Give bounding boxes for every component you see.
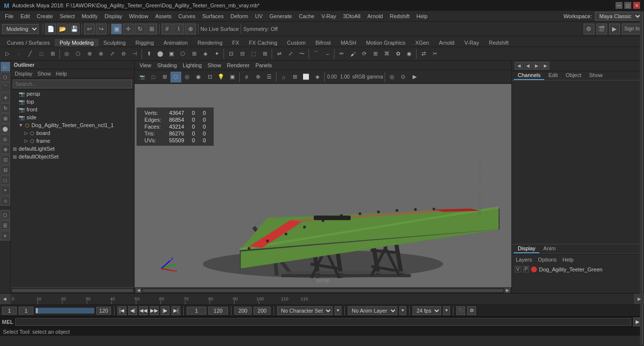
options-menu-item[interactable]: Options — [536, 256, 559, 263]
rp-icon-2[interactable]: ◀ — [524, 62, 532, 70]
boolean-btn[interactable]: ⊖ — [118, 49, 129, 59]
auto-key-btn[interactable]: ⚫ — [456, 306, 465, 315]
extrude-btn[interactable]: ⬆ — [143, 49, 154, 59]
vp-smooth-btn[interactable]: ◎ — [182, 72, 193, 82]
bevel-btn[interactable]: ⬡ — [177, 49, 188, 59]
snap-to-poly-btn[interactable]: ⊕ — [0, 144, 10, 154]
vp-layout-four[interactable]: ⊞ — [159, 72, 170, 82]
snap-point[interactable]: ⊕ — [185, 24, 196, 34]
viewport-hscroll[interactable]: ◀ ▶ — [135, 287, 511, 293]
tab-object[interactable]: Object — [561, 71, 585, 80]
rotate-tool[interactable]: ↻ — [135, 24, 145, 34]
vp-textured-btn[interactable]: ⊡ — [204, 72, 215, 82]
sculpt-btn[interactable]: ✏ — [336, 49, 347, 59]
select-mode-btn[interactable]: ▷ — [2, 49, 13, 59]
right-scroll-thumb[interactable] — [642, 61, 643, 293]
wedge-btn[interactable]: ◈ — [200, 49, 211, 59]
scroll-right-btn[interactable]: ▶ — [504, 288, 510, 293]
undo-button[interactable]: ↩ — [84, 24, 95, 34]
tree-item-default-light-set[interactable]: ⊞ defaultLightSet — [11, 145, 134, 153]
menu-window[interactable]: Window — [126, 12, 151, 20]
camera-tool-btn[interactable]: ⌖ — [0, 186, 10, 195]
char-set-dropdown[interactable]: No Character Set — [277, 306, 333, 315]
layer-v-toggle[interactable]: V — [515, 266, 521, 272]
select-tool[interactable]: ▣ — [111, 24, 122, 34]
end-frame-input[interactable]: 120 — [96, 307, 111, 315]
pb-settings-btn[interactable]: ⚙ — [467, 306, 476, 315]
vp-focus-btn[interactable]: ⊙ — [398, 72, 409, 82]
paint-select-btn[interactable]: ⬡ — [0, 72, 10, 82]
transfer-btn[interactable]: ⇄ — [418, 49, 429, 59]
vp-axis-btn[interactable]: ⊕ — [252, 72, 263, 82]
tree-item-frame[interactable]: ▷ ⬡ frame — [23, 137, 134, 145]
tab-custom[interactable]: Custom — [282, 39, 310, 47]
cluster-btn[interactable]: ✿ — [392, 49, 403, 59]
vp-lights-btn[interactable]: 💡 — [216, 72, 226, 82]
vp-isolate-btn[interactable]: ◎ — [387, 72, 397, 82]
menu-surfaces[interactable]: Surfaces — [199, 12, 226, 20]
menu-curves[interactable]: Curves — [175, 12, 198, 20]
relax-btn[interactable]: 〜 — [296, 49, 307, 59]
new-scene-button[interactable]: 📄 — [45, 24, 56, 34]
tree-item-dog-agility[interactable]: ▼ ⬡ Dog_Agility_Teeter_Green_ncl1_1 — [17, 121, 134, 129]
outliner-search-input[interactable] — [13, 80, 132, 88]
lasso-select-btn[interactable]: ⌒ — [0, 82, 10, 92]
menu-select[interactable]: Select — [57, 12, 78, 20]
universal-btn[interactable]: ⬤ — [0, 124, 10, 133]
anim-layer-dropdown[interactable]: No Anim Layer — [348, 306, 397, 315]
minimize-button[interactable]: ─ — [616, 2, 622, 9]
vp-menu-show[interactable]: Show — [206, 62, 224, 69]
workspace-dropdown[interactable]: Maya Classic — [595, 12, 642, 21]
tab-rigging[interactable]: Rigging — [131, 39, 159, 47]
show-last-btn[interactable]: ⊟ — [0, 165, 10, 175]
xray-btn[interactable]: ⬡ — [0, 210, 10, 220]
vp-menu-view[interactable]: View — [138, 62, 153, 69]
redo-button[interactable]: ↪ — [96, 24, 107, 34]
extract-btn[interactable]: ⬀ — [107, 49, 117, 59]
tab-curves-surfaces[interactable]: Curves / Surfaces — [2, 39, 55, 47]
step-fwd-btn[interactable]: |▶ — [161, 306, 169, 315]
tab-anim[interactable]: Anim — [539, 244, 560, 253]
poke-btn[interactable]: ✦ — [211, 49, 222, 59]
menu-uv[interactable]: UV — [252, 12, 265, 20]
tree-item-persp[interactable]: 📷 persp — [17, 90, 134, 98]
vp-hud-btn[interactable]: ☰ — [264, 72, 275, 82]
vp-menu-panels[interactable]: Panels — [253, 62, 274, 69]
tree-item-side[interactable]: 📷 side — [17, 113, 134, 121]
menu-vray[interactable]: V-Ray — [318, 12, 339, 20]
region-btn[interactable]: □ — [0, 175, 10, 185]
tab-channels[interactable]: Channels — [514, 71, 544, 80]
soft-mod-btn[interactable]: ◎ — [0, 134, 10, 144]
uncrease-btn[interactable]: ⌣ — [322, 49, 333, 59]
crease-btn[interactable]: ⌒ — [310, 49, 321, 59]
sign-in-button[interactable]: Sign In — [622, 24, 642, 34]
fps-options-btn[interactable]: ▼ — [443, 306, 450, 315]
outliner-show-menu[interactable]: Show — [35, 70, 53, 77]
tab-fx[interactable]: FX — [227, 39, 244, 47]
maximize-button[interactable]: □ — [624, 2, 631, 9]
menu-arnold[interactable]: Arnold — [364, 12, 386, 20]
quick-sel-btn[interactable]: ⊹ — [0, 196, 10, 206]
tab-fx-caching[interactable]: FX Caching — [244, 39, 282, 47]
face-btn[interactable]: □ — [36, 49, 47, 59]
ipr-render[interactable]: ▶ — [609, 24, 620, 34]
current-frame-input[interactable]: 1 — [19, 307, 33, 315]
range-start-input[interactable] — [187, 307, 206, 315]
uv-btn[interactable]: ⊞ — [47, 49, 58, 59]
hscroll-track[interactable] — [142, 289, 504, 292]
paint-btn[interactable]: 🖌 — [347, 49, 358, 59]
outliner-display-menu[interactable]: Display — [13, 70, 34, 77]
vp-shaded-btn[interactable]: ◉ — [193, 72, 204, 82]
show-manip-btn[interactable]: ⊡ — [0, 155, 10, 164]
goto-end-btn[interactable]: ▶| — [171, 306, 180, 315]
vp-shadow-btn[interactable]: ▣ — [227, 72, 238, 82]
bridge-btn[interactable]: ⬤ — [155, 49, 166, 59]
fps-dropdown[interactable]: 24 fps — [413, 306, 441, 315]
edge-loop-btn[interactable]: ⊡ — [225, 49, 236, 59]
transform-btn[interactable]: ⤢ — [285, 49, 296, 59]
range-end-input[interactable] — [208, 307, 228, 315]
smooth-btn[interactable]: ◎ — [61, 49, 72, 59]
playback-range-indicator[interactable] — [35, 308, 94, 314]
move-tool[interactable]: ✛ — [123, 24, 134, 34]
menu-edit[interactable]: Edit — [18, 12, 33, 20]
